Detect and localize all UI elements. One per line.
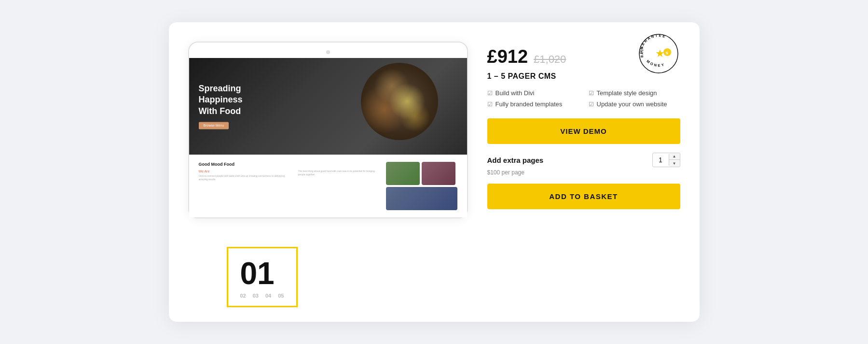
slide-dot-02[interactable]: 02 <box>240 293 246 299</box>
hero-button: Browse Menu <box>199 122 229 129</box>
svg-text:MONEY: MONEY <box>646 59 666 68</box>
hero-tagline: Spreading Happiness With Food <box>199 83 243 117</box>
price-original: £1,020 <box>534 53 566 66</box>
website-desc-text-2: The best thing about good food with care… <box>298 170 381 181</box>
check-icon-3: ☑ <box>487 101 493 108</box>
slide-dot-04[interactable]: 04 <box>265 293 271 299</box>
feature-label-2: Template style design <box>597 89 657 97</box>
extra-pages-label: Add extra pages <box>487 156 544 164</box>
features-grid: ☑ Build with Divi ☑ Template style desig… <box>487 89 680 108</box>
svg-text:★: ★ <box>655 47 665 59</box>
svg-text:$: $ <box>666 51 668 55</box>
product-card: Spreading Happiness With Food Browse Men… <box>169 22 700 322</box>
view-demo-button[interactable]: VIEW DEMO <box>487 118 680 144</box>
feature-item-3: ☑ Fully branded templates <box>487 100 579 108</box>
website-thumb-row-2 <box>386 187 457 210</box>
slide-dot-05[interactable]: 05 <box>278 293 284 299</box>
right-panel: GUARANTEE MONEY BACK ★ $ £912 £1,020 1 –… <box>487 42 680 307</box>
slide-indicator: 01 02 03 04 05 <box>227 247 298 307</box>
check-icon-1: ☑ <box>487 90 493 97</box>
device-camera <box>326 50 330 54</box>
extra-pages-row: Add extra pages 1 ▲ ▼ <box>487 153 680 167</box>
feature-label-3: Fully branded templates <box>496 100 563 108</box>
device-mockup: Spreading Happiness With Food Browse Men… <box>188 42 468 218</box>
check-icon-4: ☑ <box>589 101 594 108</box>
hero-background: Spreading Happiness With Food Browse Men… <box>189 58 467 155</box>
website-section-title: Good Mood Food <box>199 162 381 167</box>
price-current: £912 <box>487 46 528 67</box>
website-thumb-3 <box>386 187 457 210</box>
hero-text-overlay: Spreading Happiness With Food Browse Men… <box>199 83 243 129</box>
feature-item-1: ☑ Build with Divi <box>487 89 579 97</box>
slide-dot-03[interactable]: 03 <box>253 293 259 299</box>
quantity-stepper[interactable]: 1 ▲ ▼ <box>652 153 680 167</box>
device-screen: Spreading Happiness With Food Browse Men… <box>189 58 467 217</box>
website-we-are: We Are <box>199 170 289 173</box>
website-thumb-2 <box>422 162 455 185</box>
quantity-up-button[interactable]: ▲ <box>669 153 680 160</box>
svg-text:BACK: BACK <box>640 45 644 57</box>
left-panel: Spreading Happiness With Food Browse Men… <box>188 42 468 307</box>
quantity-down-button[interactable]: ▼ <box>669 160 680 167</box>
device-top-bar <box>189 47 467 58</box>
feature-item-4: ☑ Update your own website <box>589 100 680 108</box>
website-desc-text-1: Click to connect people with table cloth… <box>199 174 289 181</box>
feature-label-4: Update your own website <box>597 100 667 108</box>
slide-dots: 02 03 04 05 <box>240 293 284 299</box>
quantity-value: 1 <box>653 154 669 166</box>
check-icon-2: ☑ <box>589 90 594 97</box>
feature-item-2: ☑ Template style design <box>589 89 680 97</box>
guarantee-badge: GUARANTEE MONEY BACK ★ $ <box>637 32 680 75</box>
extra-pages-price: $100 per page <box>487 169 680 176</box>
slide-current-number: 01 <box>240 258 284 289</box>
quantity-arrows: ▲ ▼ <box>669 153 680 167</box>
website-text-col: Good Mood Food We Are Click to connect p… <box>199 162 381 210</box>
add-to-basket-button[interactable]: ADD TO BASKET <box>487 184 680 209</box>
badge-svg: GUARANTEE MONEY BACK ★ $ <box>637 32 680 75</box>
feature-label-1: Build with Divi <box>496 89 535 97</box>
website-thumb-row-1 <box>386 162 457 185</box>
website-images-col <box>386 162 457 210</box>
website-hero: Spreading Happiness With Food Browse Men… <box>189 58 467 155</box>
food-items <box>361 63 438 140</box>
website-bottom: Good Mood Food We Are Click to connect p… <box>189 155 467 217</box>
website-thumb-1 <box>386 162 420 185</box>
